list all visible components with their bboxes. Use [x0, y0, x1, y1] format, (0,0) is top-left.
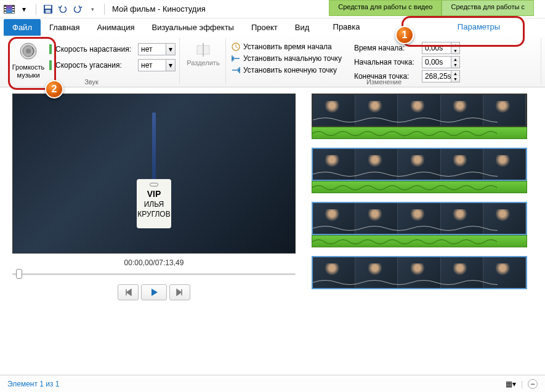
status-right: ▦▾ | −	[506, 379, 538, 389]
end-point-icon	[231, 65, 241, 75]
spinner-up-icon[interactable]: ▲	[451, 57, 459, 62]
clip-row[interactable]	[312, 94, 527, 139]
split-icon	[195, 42, 212, 59]
spinner-up-icon[interactable]: ▲	[451, 42, 459, 48]
start-time-value: 0,00s	[422, 42, 451, 54]
fade-out-row: Скорость угасания: нет ▾	[49, 59, 176, 71]
statusbar: Элемент 1 из 1 ▦▾ | −	[0, 375, 545, 392]
spinner-down-icon[interactable]: ▼	[451, 48, 459, 54]
set-start-time-button[interactable]: Установить время начала	[231, 42, 342, 52]
svg-point-5	[26, 49, 31, 54]
video-clip[interactable]	[312, 94, 527, 127]
fade-in-icon	[49, 44, 52, 54]
start-point-spinner[interactable]: 0,00s ▲▼	[422, 56, 460, 68]
set-start-point-label: Установить начальную точку	[243, 54, 342, 63]
video-frame: VIP ИЛЬЯ КРУГЛОВ	[13, 94, 295, 253]
seek-slider[interactable]	[12, 270, 296, 278]
context-tab-video[interactable]: Средства для работы с видео	[329, 0, 442, 16]
spinner-up-icon[interactable]: ▲	[451, 71, 459, 76]
music-volume-button[interactable]: Громкость музыки	[7, 39, 49, 81]
tab-edit[interactable]: Правка	[296, 18, 397, 35]
ribbon: Громкость музыки Скорость нарастания: не…	[0, 36, 545, 87]
audio-clip[interactable]	[312, 235, 527, 247]
set-end-point-label: Установить конечную точку	[243, 66, 337, 74]
fade-in-label: Скорость нарастания:	[55, 45, 134, 54]
titlebar: ▾ ▾ Мой фильм - Киностудия Средства для …	[0, 0, 545, 18]
start-point-label: Начальная точка:	[354, 58, 418, 66]
speaker-icon	[18, 41, 38, 61]
ribbon-tabs: Файл Главная Анимация Визуальные эффекты…	[0, 18, 545, 36]
tab-project[interactable]: Проект	[243, 19, 286, 36]
set-start-point-button[interactable]: Установить начальную точку	[231, 54, 342, 63]
status-text: Элемент 1 из 1	[7, 380, 60, 388]
tab-home[interactable]: Главная	[41, 19, 88, 36]
qat-dropdown-icon[interactable]: ▾	[18, 4, 30, 15]
start-point-row: Начальная точка: 0,00s ▲▼	[354, 56, 460, 68]
fade-out-icon	[49, 60, 52, 70]
split-button[interactable]: Разделить	[185, 39, 222, 67]
svg-rect-2	[46, 10, 50, 13]
clock-icon	[231, 42, 241, 52]
preview-pane: VIP ИЛЬЯ КРУГЛОВ 00:00,00/07:13,49	[0, 87, 308, 374]
content-area: VIP ИЛЬЯ КРУГЛОВ 00:00,00/07:13,49	[0, 87, 545, 374]
thumbnails-view-icon[interactable]: ▦▾	[506, 380, 516, 388]
fade-out-label: Скорость угасания:	[55, 61, 134, 70]
audio-clip[interactable]	[312, 127, 527, 139]
tab-file[interactable]: Файл	[4, 19, 41, 36]
set-start-time-label: Установить время начала	[243, 42, 332, 51]
prev-frame-button[interactable]	[118, 284, 139, 300]
chevron-down-icon[interactable]: ▾	[166, 60, 175, 71]
next-frame-button[interactable]	[169, 284, 190, 300]
chevron-down-icon[interactable]: ▾	[166, 44, 175, 55]
video-preview[interactable]: VIP ИЛЬЯ КРУГЛОВ	[12, 94, 296, 254]
waveform	[313, 114, 498, 126]
clip-row[interactable]	[312, 256, 527, 289]
music-volume-label: Громкость музыки	[12, 63, 44, 79]
ribbon-group-change: Установить время начала Установить начал…	[227, 38, 541, 84]
fade-in-row: Скорость нарастания: нет ▾	[49, 43, 176, 55]
set-end-point-button[interactable]: Установить конечную точку	[231, 65, 342, 75]
save-icon[interactable]	[42, 4, 54, 15]
separator	[104, 4, 105, 15]
callout-2-badge: 2	[45, 80, 63, 98]
group-label-change: Изменение	[227, 78, 541, 86]
slider-thumb[interactable]	[16, 269, 22, 279]
clip-row[interactable]	[312, 202, 527, 247]
qat-more-icon[interactable]: ▾	[87, 4, 98, 15]
play-button[interactable]	[141, 284, 167, 300]
lanyard-graphic	[152, 113, 156, 186]
video-clip[interactable]	[312, 202, 527, 235]
play-controls	[118, 284, 190, 300]
context-tabs: Средства для работы с видео Средства для…	[329, 0, 534, 16]
quick-access-toolbar: ▾ ▾	[4, 4, 107, 15]
split-label: Разделить	[187, 59, 219, 67]
tab-params[interactable]: Параметры	[425, 18, 533, 35]
spinner-down-icon[interactable]: ▼	[451, 62, 459, 68]
ribbon-group-sound: Громкость музыки Скорость нарастания: не…	[4, 38, 180, 84]
fade-in-combo[interactable]: нет ▾	[138, 43, 176, 55]
start-time-spinner[interactable]: 0,00s ▲▼	[422, 42, 460, 54]
callout-1-badge: 1	[395, 26, 414, 44]
fade-out-combo[interactable]: нет ▾	[138, 59, 176, 71]
svg-rect-1	[45, 6, 51, 9]
group-label-sound: Звук	[4, 78, 179, 86]
timecode: 00:00,00/07:13,49	[124, 258, 184, 267]
zoom-out-button[interactable]: −	[528, 379, 538, 389]
timeline-pane[interactable]	[308, 87, 545, 374]
tab-video-effects[interactable]: Визуальные эффекты	[143, 19, 242, 36]
fade-out-value: нет	[139, 61, 166, 70]
vip-badge-graphic: VIP ИЛЬЯ КРУГЛОВ	[137, 179, 171, 228]
tab-animation[interactable]: Анимация	[88, 19, 143, 36]
video-clip[interactable]	[312, 148, 527, 181]
audio-clip[interactable]	[312, 181, 527, 193]
audio-waveform	[312, 127, 497, 139]
clip-row[interactable]	[312, 148, 527, 193]
fade-in-value: нет	[139, 45, 166, 54]
start-time-label: Время начала:	[354, 44, 418, 52]
undo-icon[interactable]	[57, 4, 68, 15]
video-clip[interactable]	[312, 256, 527, 289]
context-tab-audio[interactable]: Средства для работы с	[442, 0, 534, 16]
app-icon[interactable]	[4, 4, 15, 15]
redo-icon[interactable]	[72, 4, 83, 15]
slider-track-line	[12, 273, 296, 275]
